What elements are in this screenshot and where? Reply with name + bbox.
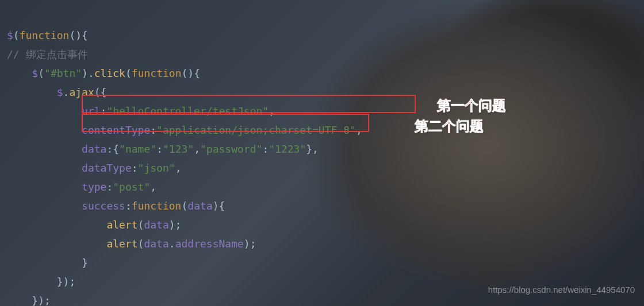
code-token: (	[125, 67, 132, 79]
code-token: :	[156, 143, 163, 155]
code-token: data	[144, 219, 168, 231]
code-key: success	[82, 200, 125, 212]
code-token: }	[82, 257, 88, 269]
code-key: type	[82, 181, 106, 193]
code-token: data	[144, 238, 168, 250]
indent	[7, 276, 57, 288]
indent	[7, 238, 106, 250]
highlight-box-1	[82, 95, 416, 113]
annotation-first-problem: 第一个问题	[437, 96, 506, 115]
indent	[7, 181, 82, 193]
code-string: "password"	[200, 143, 262, 155]
code-token: :{	[106, 143, 119, 155]
code-token: (	[38, 67, 44, 79]
code-string: "post"	[113, 181, 150, 193]
code-string: "123"	[163, 143, 194, 155]
indent	[7, 200, 82, 212]
code-token: function	[132, 67, 182, 79]
annotation-second-problem: 第二个问题	[415, 117, 484, 136]
code-token: data	[187, 200, 212, 212]
code-string: "json"	[138, 162, 175, 174]
code-string: "#btn"	[44, 67, 82, 79]
code-token: );	[244, 238, 256, 250]
indent	[7, 105, 82, 117]
indent	[7, 257, 82, 269]
code-token: });	[32, 295, 51, 306]
code-token: :	[106, 181, 113, 193]
code-token: alert	[106, 219, 137, 231]
code-token: ).	[82, 67, 94, 79]
code-string: "name"	[119, 143, 156, 155]
code-token: :	[125, 200, 132, 212]
indent	[7, 219, 106, 231]
code-token: (	[138, 219, 144, 231]
code-token: (){	[182, 67, 201, 79]
code-token: (	[181, 200, 187, 212]
code-block: $(function(){ // 绑定点击事件 $("#btn").click(…	[0, 0, 644, 306]
code-token: function	[20, 29, 70, 41]
code-token: );	[169, 219, 182, 231]
indent	[7, 67, 32, 79]
indent	[7, 143, 82, 155]
code-token: $	[32, 67, 38, 79]
code-token: ,	[175, 162, 182, 174]
code-token: click	[94, 67, 125, 79]
code-token: (	[138, 238, 144, 250]
code-token: ,	[150, 181, 156, 193]
code-token: $	[57, 86, 63, 98]
code-token: ,	[194, 143, 200, 155]
code-token: function	[132, 200, 182, 212]
watermark-text: https://blog.csdn.net/weixin_44954070	[488, 280, 635, 299]
indent	[7, 162, 82, 174]
code-token: $	[7, 29, 13, 41]
code-token: alert	[106, 238, 137, 250]
code-token: });	[57, 276, 76, 288]
indent	[7, 124, 82, 136]
code-token: .	[63, 86, 70, 98]
code-comment: // 绑定点击事件	[7, 48, 88, 60]
code-token: },	[306, 143, 319, 155]
indent	[7, 295, 32, 306]
code-token: :	[262, 143, 269, 155]
code-token: (	[13, 29, 20, 41]
code-token: .	[169, 238, 175, 250]
highlight-box-2	[82, 114, 369, 132]
code-token: :	[132, 162, 138, 174]
code-key: dataType	[82, 162, 132, 174]
code-key: data	[82, 143, 106, 155]
code-string: "1223"	[269, 143, 306, 155]
code-token: (){	[69, 29, 88, 41]
indent	[7, 86, 57, 98]
code-token: addressName	[175, 238, 244, 250]
code-token: ){	[213, 200, 225, 212]
